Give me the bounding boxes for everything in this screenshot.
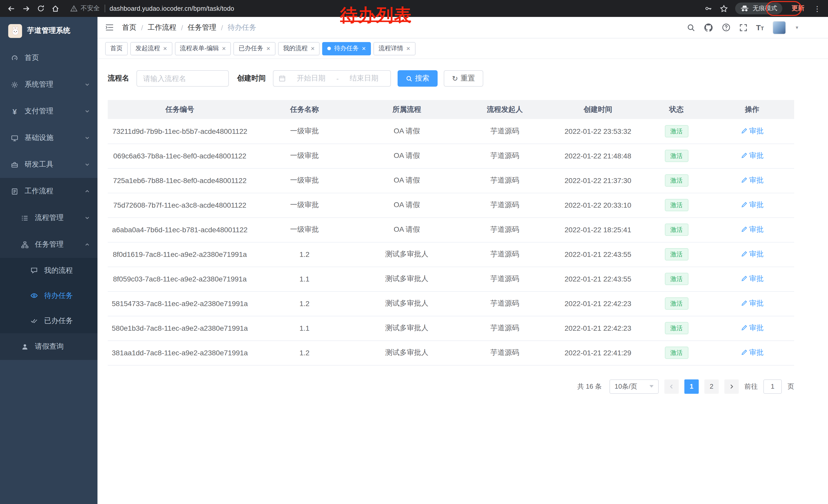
tab-todo-tasks[interactable]: 待办任务× <box>322 42 371 55</box>
avatar[interactable] <box>773 21 786 34</box>
range-separator: - <box>336 74 339 83</box>
approve-link[interactable]: 审批 <box>741 151 763 161</box>
sidebar-item-todo-tasks[interactable]: 待办任务 <box>0 283 97 308</box>
gear-icon <box>10 80 19 89</box>
close-icon[interactable]: × <box>163 45 167 52</box>
password-key-icon[interactable] <box>704 5 713 12</box>
next-page-button[interactable] <box>724 379 739 394</box>
edit-pencil-icon <box>741 276 747 282</box>
page-button-2[interactable]: 2 <box>704 379 719 394</box>
tab-done-tasks[interactable]: 已办任务× <box>234 42 275 55</box>
search-button[interactable]: 搜索 <box>398 70 438 87</box>
approve-link[interactable]: 审批 <box>741 176 763 185</box>
close-icon[interactable]: × <box>222 45 226 52</box>
sidebar-item-my-process[interactable]: 我的流程 <box>0 258 97 283</box>
cell-status: 激活 <box>643 291 710 316</box>
sidebar-item-infrastructure[interactable]: 基础设施 <box>0 125 97 151</box>
cell-status: 激活 <box>643 144 710 168</box>
cell-actions: 审批 <box>710 217 794 242</box>
incognito-label: 无痕模式 <box>753 4 777 13</box>
goto-label: 前往 <box>744 382 758 391</box>
approve-link[interactable]: 审批 <box>741 250 763 259</box>
tab-home[interactable]: 首页 <box>105 42 128 55</box>
cell-actions: 审批 <box>710 316 794 340</box>
cell-created: 2022-01-22 20:33:10 <box>553 193 643 217</box>
sidebar-item-process-management[interactable]: 流程管理 <box>0 204 97 231</box>
status-badge: 激活 <box>665 248 688 261</box>
close-icon[interactable]: × <box>362 45 366 52</box>
table-row: 75d72608-7b7f-11ec-a3c8-acde48001122 一级审… <box>108 193 794 217</box>
list-icon <box>20 214 29 222</box>
sidebar-item-leave-query[interactable]: 请假查询 <box>0 333 97 360</box>
breadcrumb-separator: / <box>141 23 143 32</box>
sidebar-item-task-management[interactable]: 任务管理 <box>0 231 97 258</box>
approve-link[interactable]: 审批 <box>741 274 763 283</box>
page-button-1[interactable]: 1 <box>685 379 699 394</box>
tab-my-process[interactable]: 我的流程× <box>278 42 320 55</box>
forward-icon[interactable] <box>22 4 30 12</box>
sidebar: 芋道管理系统 首页 系统管理 ¥ 支付管理 <box>0 17 97 504</box>
navbar-actions: TT ▾ <box>687 21 798 34</box>
update-button[interactable]: 更新 <box>790 3 806 14</box>
sidebar-item-workflow[interactable]: 工作流程 <box>0 178 97 204</box>
process-name-input[interactable] <box>136 70 229 87</box>
date-range-picker[interactable]: 开始日期 - 结束日期 <box>273 70 391 87</box>
cell-created: 2022-01-21 22:42:23 <box>553 316 643 340</box>
tags-view-bar: 首页 发起流程× 流程表单-编辑× 已办任务× 我的流程× 待办任务× 流程详情… <box>97 39 828 59</box>
cell-task-id: 8f059c03-7ac8-11ec-a9e2-a2380e71991a <box>108 267 252 291</box>
cell-status: 激活 <box>643 168 710 193</box>
approve-link[interactable]: 审批 <box>741 126 763 136</box>
approve-link-label: 审批 <box>749 151 763 161</box>
approve-link[interactable]: 审批 <box>741 299 763 308</box>
sidebar-item-payment[interactable]: ¥ 支付管理 <box>0 98 97 125</box>
approve-link[interactable]: 审批 <box>741 200 763 210</box>
chevron-up-icon <box>85 189 90 194</box>
approve-link-label: 审批 <box>749 225 763 234</box>
back-icon[interactable] <box>7 4 15 12</box>
github-icon[interactable] <box>704 23 713 32</box>
close-icon[interactable]: × <box>311 45 315 52</box>
breadcrumb-separator: / <box>221 23 223 32</box>
page-size-select[interactable]: 10条/页 <box>610 379 659 394</box>
tab-start-process[interactable]: 发起流程× <box>130 42 172 55</box>
table-row: 381aa1dd-7ac8-11ec-a9e2-a2380e71991a 1.2… <box>108 340 794 365</box>
reset-button[interactable]: ↻ 重置 <box>444 70 483 87</box>
sidebar-item-devtools[interactable]: 研发工具 <box>0 151 97 178</box>
help-icon[interactable] <box>721 23 730 32</box>
breadcrumb-item[interactable]: 首页 <box>122 23 136 32</box>
sidebar-item-done-tasks[interactable]: 已办任务 <box>0 308 97 333</box>
chevron-down-icon <box>85 215 90 221</box>
avatar-caret-icon[interactable]: ▾ <box>796 25 798 30</box>
approve-link[interactable]: 审批 <box>741 324 763 333</box>
prev-page-button[interactable] <box>664 379 679 394</box>
start-date-placeholder[interactable]: 开始日期 <box>290 74 332 83</box>
collapse-sidebar-icon[interactable] <box>105 24 114 31</box>
bookmark-star-icon[interactable] <box>720 4 728 12</box>
security-indicator[interactable]: 不安全 <box>70 4 100 13</box>
breadcrumb-item-current: 待办任务 <box>227 23 256 32</box>
search-button-label: 搜索 <box>415 74 429 83</box>
fullscreen-icon[interactable] <box>739 23 747 32</box>
approve-link[interactable]: 审批 <box>741 225 763 234</box>
close-icon[interactable]: × <box>406 45 410 52</box>
reload-icon[interactable] <box>37 5 45 12</box>
approve-link[interactable]: 审批 <box>741 348 763 357</box>
kebab-menu-icon[interactable]: ⋮ <box>814 4 821 12</box>
goto-page-input[interactable] <box>763 379 782 394</box>
cell-actions: 审批 <box>710 291 794 316</box>
sidebar-item-system[interactable]: 系统管理 <box>0 71 97 98</box>
search-icon[interactable] <box>687 23 695 32</box>
home-icon[interactable] <box>51 4 59 12</box>
create-time-label: 创建时间 <box>237 74 266 83</box>
sidebar-item-home[interactable]: 首页 <box>0 45 97 71</box>
end-date-placeholder[interactable]: 结束日期 <box>343 74 385 83</box>
breadcrumb-item[interactable]: 任务管理 <box>188 23 216 32</box>
font-size-icon[interactable]: TT <box>756 23 764 32</box>
sidebar-item-label: 已办任务 <box>44 316 73 325</box>
close-icon[interactable]: × <box>266 45 270 52</box>
approve-link-label: 审批 <box>749 250 763 259</box>
tab-process-detail[interactable]: 流程详情× <box>373 42 415 55</box>
tab-process-form-edit[interactable]: 流程表单-编辑× <box>175 42 231 55</box>
logo-rabbit-icon <box>8 24 22 38</box>
breadcrumb-item[interactable]: 工作流程 <box>148 23 176 32</box>
